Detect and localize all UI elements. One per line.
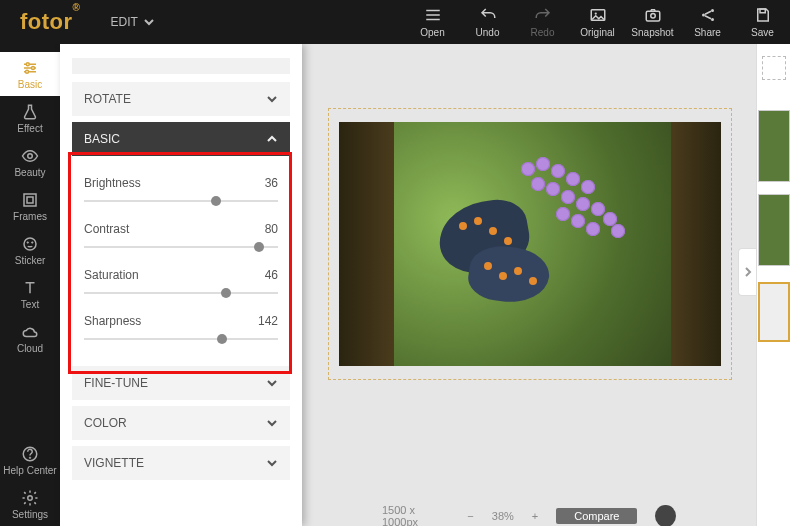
zoom-in-button[interactable]: + xyxy=(532,510,538,522)
slider-track[interactable] xyxy=(84,200,278,202)
edited-image[interactable] xyxy=(339,122,721,366)
svg-point-3 xyxy=(650,14,655,19)
slider-track[interactable] xyxy=(84,246,278,248)
flask-icon xyxy=(21,103,39,121)
section-stub xyxy=(72,58,290,74)
basic-panel: ROTATE BASIC Brightness 36 Contrast 80 S… xyxy=(60,44,302,526)
rail-effect[interactable]: Effect xyxy=(0,96,60,140)
section-rotate[interactable]: ROTATE xyxy=(72,82,290,116)
fullscreen-button[interactable] xyxy=(655,505,676,526)
svg-point-14 xyxy=(24,238,36,250)
cloud-icon xyxy=(21,323,39,341)
top-bar: fotor® EDIT Open Undo Redo Original Snap… xyxy=(0,0,790,44)
slider-saturation: Saturation 46 xyxy=(84,268,278,294)
section-fine-tune[interactable]: FINE-TUNE xyxy=(72,366,290,400)
svg-point-1 xyxy=(594,12,596,14)
rail-text[interactable]: Text xyxy=(0,272,60,316)
add-image-button[interactable] xyxy=(762,56,786,80)
svg-point-10 xyxy=(26,70,29,73)
svg-point-8 xyxy=(26,62,29,65)
svg-rect-13 xyxy=(27,197,33,203)
rail-cloud[interactable]: Cloud xyxy=(0,316,60,360)
slider-label: Saturation xyxy=(84,268,139,282)
slider-value: 80 xyxy=(265,222,278,236)
zoom-out-button[interactable]: − xyxy=(467,510,473,522)
original-button[interactable]: Original xyxy=(570,0,625,44)
svg-point-9 xyxy=(32,66,35,69)
svg-point-11 xyxy=(28,153,33,158)
image-dimensions: 1500 x 1000px xyxy=(382,504,449,526)
slider-thumb[interactable] xyxy=(211,196,221,206)
thumbnail-1[interactable] xyxy=(758,110,790,182)
slider-thumb[interactable] xyxy=(217,334,227,344)
rail-basic[interactable]: Basic xyxy=(0,52,60,96)
help-icon xyxy=(21,445,39,463)
gear-icon xyxy=(21,489,39,507)
svg-point-5 xyxy=(711,9,714,12)
slider-label: Sharpness xyxy=(84,314,141,328)
canvas-area xyxy=(302,44,756,526)
chevron-down-icon xyxy=(144,17,154,27)
slider-track[interactable] xyxy=(84,338,278,340)
svg-point-16 xyxy=(32,241,34,243)
open-button[interactable]: Open xyxy=(405,0,460,44)
zoom-level: 38% xyxy=(492,510,514,522)
save-icon xyxy=(754,6,772,24)
image-icon xyxy=(589,6,607,24)
save-button[interactable]: Save xyxy=(735,0,790,44)
mode-label: EDIT xyxy=(110,15,137,29)
camera-icon xyxy=(644,6,662,24)
compare-button[interactable]: Compare xyxy=(556,508,637,524)
redo-button: Redo xyxy=(515,0,570,44)
slider-thumb[interactable] xyxy=(254,242,264,252)
svg-rect-12 xyxy=(24,194,36,206)
slider-contrast: Contrast 80 xyxy=(84,222,278,248)
frame-icon xyxy=(21,191,39,209)
slider-value: 142 xyxy=(258,314,278,328)
redo-icon xyxy=(534,6,552,24)
basic-body: Brightness 36 Contrast 80 Saturation 46 … xyxy=(72,162,290,358)
undo-button[interactable]: Undo xyxy=(460,0,515,44)
sticker-icon xyxy=(21,235,39,253)
rail-sticker[interactable]: Sticker xyxy=(0,228,60,272)
slider-brightness: Brightness 36 xyxy=(84,176,278,202)
eye-icon xyxy=(21,147,39,165)
slider-track[interactable] xyxy=(84,292,278,294)
status-bar: 1500 x 1000px − 38% + Compare xyxy=(302,506,756,526)
sliders-icon xyxy=(21,59,39,77)
rail-frames[interactable]: Frames xyxy=(0,184,60,228)
rail-help[interactable]: Help Center xyxy=(0,438,60,482)
svg-point-18 xyxy=(29,457,31,459)
rail-beauty[interactable]: Beauty xyxy=(0,140,60,184)
rail-settings[interactable]: Settings xyxy=(0,482,60,526)
chevron-up-icon xyxy=(266,133,278,145)
thumbnail-3[interactable] xyxy=(758,282,790,342)
slider-thumb[interactable] xyxy=(221,288,231,298)
share-button[interactable]: Share xyxy=(680,0,735,44)
section-color[interactable]: COLOR xyxy=(72,406,290,440)
chevron-down-icon xyxy=(266,457,278,469)
chevron-down-icon xyxy=(266,417,278,429)
slider-label: Contrast xyxy=(84,222,129,236)
undo-icon xyxy=(479,6,497,24)
snapshot-button[interactable]: Snapshot xyxy=(625,0,680,44)
svg-rect-7 xyxy=(760,9,765,13)
canvas-selection[interactable] xyxy=(328,108,732,380)
thumbnail-2[interactable] xyxy=(758,194,790,266)
thumbnail-strip xyxy=(756,44,790,526)
slider-value: 46 xyxy=(265,268,278,282)
svg-point-4 xyxy=(702,14,705,17)
section-vignette[interactable]: VIGNETTE xyxy=(72,446,290,480)
text-icon xyxy=(21,279,39,297)
chevron-right-icon xyxy=(744,266,752,278)
menu-icon xyxy=(424,6,442,24)
slider-value: 36 xyxy=(265,176,278,190)
mode-dropdown[interactable]: EDIT xyxy=(110,15,153,29)
expand-thumbnails-button[interactable] xyxy=(738,248,756,296)
section-basic[interactable]: BASIC xyxy=(72,122,290,156)
left-rail: Basic Effect Beauty Frames Sticker Text … xyxy=(0,44,60,526)
brand-logo: fotor® xyxy=(20,9,80,35)
top-actions: Open Undo Redo Original Snapshot Share S… xyxy=(405,0,790,44)
svg-point-19 xyxy=(28,495,33,500)
svg-rect-2 xyxy=(646,11,660,21)
